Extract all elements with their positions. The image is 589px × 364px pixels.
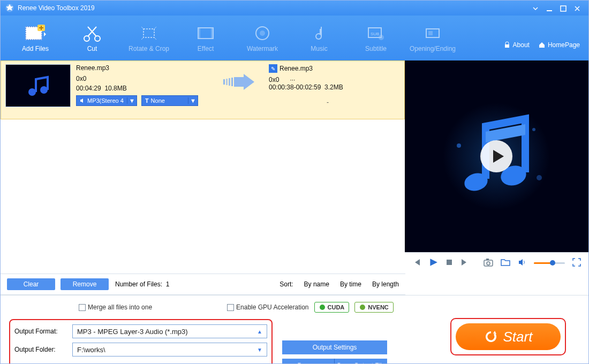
sort-by-length[interactable]: By length [372,280,399,288]
tool-cut[interactable]: Cut [64,24,120,52]
conversion-arrow [210,64,269,90]
nvidia-icon [359,304,366,310]
tool-label: Music [311,45,327,52]
chevron-down-icon[interactable]: ▼ [127,97,137,104]
main-area: Renee.mp3 0x0 00:04:29 10.8MB MP3(Stereo… [1,60,588,274]
tool-label: Subtitle [365,45,387,52]
tool-opening-ending[interactable]: Opening/Ending [404,24,461,52]
cuda-badge: CUDA [314,302,350,313]
source-info: Renee.mp3 0x0 00:04:29 10.8MB MP3(Stereo… [76,64,210,106]
volume-button[interactable] [518,258,526,269]
clear-button[interactable]: Clear [7,278,55,290]
svg-point-35 [487,262,490,265]
play-button[interactable] [428,257,438,269]
svg-rect-24 [229,78,230,86]
tool-label: Watermark [247,45,278,52]
svg-point-31 [537,175,542,180]
task-row[interactable]: Renee.mp3 0x0 00:04:29 10.8MB MP3(Stereo… [1,60,405,119]
preview-video[interactable] [405,60,588,252]
dropdown-icon[interactable] [528,4,542,12]
svg-point-16 [379,35,384,40]
tool-music[interactable]: Music [291,24,348,52]
source-duration-size: 00:04:29 10.8MB [76,85,210,92]
svg-rect-33 [447,260,452,265]
svg-rect-23 [226,79,228,85]
next-button[interactable] [460,258,469,269]
volume-slider[interactable] [534,262,565,264]
browse-button[interactable]: Browse [282,359,335,364]
stop-button[interactable] [445,259,453,268]
trim-t-icon: T [145,97,149,104]
effect-icon [177,24,234,43]
format-chip[interactable]: MP3(Stereo 4 ▼ [76,95,137,106]
svg-point-7 [95,36,100,41]
fullscreen-button[interactable] [572,258,581,269]
watermark-icon [234,24,291,43]
tool-label: Add Files [22,45,49,52]
source-filename: Renee.mp3 [76,64,210,72]
minimize-button[interactable] [542,4,556,12]
svg-point-29 [457,143,461,148]
play-overlay-icon[interactable] [479,139,514,173]
format-chip-label: MP3(Stereo 4 [87,97,124,104]
sort-group: Sort: By name By time By length [280,280,399,288]
trim-chip[interactable]: TNone ▼ [141,95,198,106]
add-files-icon [7,24,64,43]
svg-rect-8 [144,29,154,37]
gpu-label: Enable GPU Acceleration [236,304,308,311]
format-label: Output Format: [14,328,72,335]
tool-add-files[interactable]: Add Files [7,24,64,52]
open-output-file-button[interactable]: Open Output File [335,359,387,364]
source-thumbnail [5,64,71,107]
svg-rect-9 [198,28,213,39]
merge-checkbox[interactable]: Merge all files into one [79,304,152,311]
tool-rotate-crop[interactable]: Rotate & Crop [120,24,177,52]
tool-label: Opening/Ending [410,45,456,52]
start-label: Start [503,329,533,345]
home-icon [538,41,546,49]
sort-by-time[interactable]: By time [340,280,361,288]
target-info: ✎Renee.mp3 0x0 ··· 00:00:38-00:02:59 3.2… [269,64,387,106]
output-folder-combo[interactable]: F:\works\ ▼ [72,343,267,357]
svg-rect-18 [428,31,433,35]
open-folder-button[interactable] [501,258,510,269]
nvenc-badge: NVENC [354,302,394,313]
subtitle-icon: SUB [348,24,404,43]
bottom-pane: Merge all files into one Enable GPU Acce… [1,295,588,364]
tool-watermark[interactable]: Watermark [234,24,291,52]
trim-chip-label: None [151,97,165,104]
folder-value: F:\works\ [77,346,105,354]
sort-label: Sort: [280,280,293,288]
svg-point-30 [532,128,535,131]
tool-subtitle[interactable]: SUB Subtitle [348,24,404,52]
sort-by-name[interactable]: By name [304,280,329,288]
preview-controls [405,252,588,274]
opening-ending-icon [404,24,461,43]
chevron-down-icon[interactable]: ▼ [188,97,198,104]
start-button[interactable]: Start [456,323,561,350]
remove-button[interactable]: Remove [61,278,109,290]
maximize-button[interactable] [556,4,570,12]
svg-text:SUB: SUB [371,32,379,36]
output-settings-button[interactable]: Output Settings [282,340,387,354]
svg-point-21 [40,86,48,94]
close-button[interactable] [570,4,584,12]
title-bar: Renee Video Toolbox 2019 [1,1,588,16]
about-link[interactable]: About [503,41,530,49]
app-title: Renee Video Toolbox 2019 [18,4,528,12]
svg-rect-1 [547,10,552,11]
top-links: About HomePage [503,41,580,49]
chevron-down-icon: ▼ [257,347,262,353]
gpu-checkbox[interactable]: Enable GPU Acceleration [227,304,308,311]
svg-rect-2 [561,6,566,11]
preview-pane [405,60,588,274]
rename-icon[interactable]: ✎ [269,64,277,73]
homepage-link[interactable]: HomePage [538,41,580,49]
tool-label: Effect [198,45,214,52]
output-format-combo[interactable]: MP3 - MPEG Layer-3 Audio (*.mp3) ▲ [72,324,267,338]
format-value: MP3 - MPEG Layer-3 Audio (*.mp3) [77,328,188,336]
prev-button[interactable] [412,258,421,269]
tool-effect[interactable]: Effect [177,24,234,52]
music-icon [291,24,348,43]
snapshot-button[interactable] [484,258,493,269]
